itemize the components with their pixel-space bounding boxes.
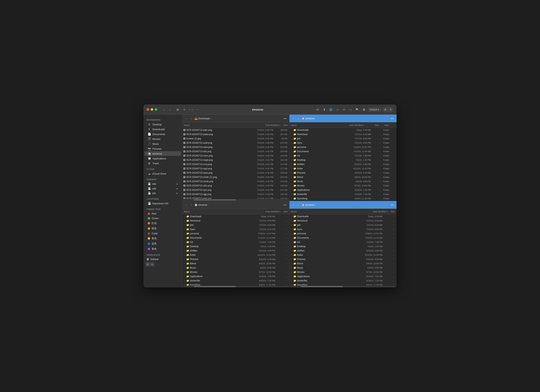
- default-view-button[interactable]: Default ▾: [368, 107, 381, 112]
- panel-list-tl[interactable]: 🖼SCR-20240713-pain.png 7/13/24, 5:06 PM …: [182, 128, 289, 199]
- table-row[interactable]: › 📁Music 6/9/24, 9:58 PM --: [290, 266, 396, 270]
- sidebar-item-trash[interactable]: 🗑 Trash: [145, 161, 181, 166]
- table-row[interactable]: › 📁flutter 6/21/24, 11:33 PM -- Folder: [290, 166, 396, 171]
- table-row[interactable]: › 📁Downloads Today, 9:08 AM --: [290, 214, 396, 218]
- table-row[interactable]: › 📁personal 7/18/24, 11:07 PM -- Folder: [290, 145, 396, 149]
- scrollbar-bl[interactable]: [183, 286, 289, 287]
- table-row[interactable]: 🖼SCR-20240713-orvy.png 7/13/24, 4:42 PM …: [182, 162, 289, 166]
- col-size-br[interactable]: Size: [389, 209, 396, 214]
- action-button[interactable]: □: [335, 107, 340, 113]
- table-row[interactable]: 🖼SCR-20240713-olxc.png 7/13/24, 4:25 PM …: [182, 184, 289, 188]
- sidebar-item-macintosh-hd[interactable]: 💾 Macintosh HD: [145, 201, 181, 206]
- table-row[interactable]: 🖼SCR-20240713-oiyf.png 7/13/24, 4:17 PM …: [182, 196, 289, 199]
- close-button[interactable]: [147, 108, 149, 111]
- sidebar-item-documents[interactable]: 📄 Documents: [145, 132, 181, 136]
- table-row[interactable]: › 📁dotfiles 6/22/24, 2:08 PM --: [290, 248, 396, 253]
- table-row[interactable]: 🖼SCR-20240713-oubl.png 7/13/24, 4:48 PM …: [182, 141, 289, 145]
- panel-menu-btn-tl[interactable]: •••: [283, 116, 287, 121]
- panel-fwd-btn-tl[interactable]: ›: [190, 117, 193, 120]
- table-row[interactable]: › 📁Syncthing 4/4/24, 11:30 PM -- Folder: [290, 196, 396, 201]
- sort-button[interactable]: ↑↓: [348, 107, 354, 113]
- grid-view-btn[interactable]: ⊞: [383, 107, 388, 112]
- panel-fwd-btn-br[interactable]: ›: [296, 203, 300, 207]
- col-date-tl[interactable]: Date Modified ▾: [264, 122, 282, 128]
- sidebar-tag-purple[interactable]: 紫色: [145, 246, 181, 252]
- panel-list-bl[interactable]: › 📁Downloads Today, 9:08 AM -- › 📁Nextcl…: [182, 214, 289, 286]
- col-size-tl[interactable]: Size: [282, 122, 289, 128]
- table-row[interactable]: › 📁dotfiles 6/22/24, 2:08 PM --: [182, 248, 289, 253]
- table-row[interactable]: 🖼SCR-20240713-pain.png 7/13/24, 5:06 PM …: [182, 128, 289, 132]
- trash-button[interactable]: 🗑: [361, 107, 367, 113]
- sidebar-tag-green[interactable]: Green: [145, 216, 181, 221]
- table-row[interactable]: 🖼Invoice (1).jpg 7/13/24, 5:05 PM 90 KB: [182, 136, 289, 141]
- sidebar-tag-red[interactable]: Red: [145, 211, 181, 216]
- table-row[interactable]: › 📁Blend 6/9/24, 10:08 PM --: [290, 261, 396, 266]
- table-row[interactable]: 🖼SCR-20240713-otis.png 7/13/24, 4:46 PM …: [182, 149, 289, 154]
- workspace-more-btn[interactable]: •••: [150, 262, 154, 267]
- col-date-br[interactable]: Date Modified ▾: [371, 209, 389, 214]
- table-row[interactable]: › 📁Documents 7/14/24, 11:44 AM --: [290, 236, 396, 240]
- list-view-btn[interactable]: ⇅: [388, 107, 393, 112]
- table-row[interactable]: › 📁flutter 6/21/24, 11:33 PM --: [182, 253, 289, 257]
- table-row[interactable]: 🖼SCR-20240713-omdv.png 7/13/24, 4:26 PM …: [182, 179, 289, 184]
- table-row[interactable]: › 📁jpki 7/27/24, 9:40 AM -- Folder: [290, 136, 396, 141]
- table-row[interactable]: 🖼SCR-20240713-ojrs.png 7/13/24, 4:19 PM …: [182, 188, 289, 192]
- table-row[interactable]: › 📁Pictures 6/15/24, 9:36 AM --: [290, 257, 396, 261]
- table-row[interactable]: › 📁Desktop 7/4/24, 1:29 PM --: [182, 244, 289, 248]
- scrollbar-tl[interactable]: [183, 199, 289, 200]
- table-row[interactable]: › 📁Sync 7/22/24, 9:53 PM --: [290, 227, 396, 231]
- list-view-button[interactable]: ≡: [181, 107, 187, 113]
- col-date-bl[interactable]: Date Modified ▾: [264, 209, 282, 214]
- col-name-bl[interactable]: Name: [182, 209, 264, 214]
- table-row[interactable]: › 📁Syncthing 4/4/24, 11:30 PM --: [182, 283, 289, 286]
- table-row[interactable]: › 📁Music 6/9/24, 9:58 PM -- Folder: [290, 179, 396, 184]
- table-row[interactable]: 🖼SCR-20240713-osgd.png 7/13/24, 4:43 PM …: [182, 158, 289, 162]
- col-size-tr[interactable]: Size: [373, 122, 383, 128]
- panel-back-btn-tr[interactable]: ‹: [291, 117, 295, 120]
- table-row[interactable]: 🖼SCR-20240713-padu.png 7/13/24, 5:05 PM …: [182, 132, 289, 136]
- table-row[interactable]: › 📁Music 6/9/24, 9:58 PM --: [182, 266, 289, 270]
- table-row[interactable]: › 📁Documents 7/14/24, 11:44 AM --: [182, 236, 289, 240]
- panel-menu-btn-br[interactable]: •••: [390, 203, 395, 207]
- eject-icon-sdc[interactable]: ⏏: [176, 192, 178, 194]
- table-row[interactable]: › 📁Nextcloud 7/27/24, 9:40 AM -- Folder: [290, 132, 396, 136]
- table-row[interactable]: › 📁Nextcloud 7/27/24, 9:40 AM --: [290, 218, 396, 223]
- table-row[interactable]: › 📁dockerfile 4/18/24, 7:29 PM --: [290, 278, 396, 283]
- sidebar-item-desktop[interactable]: 🖥 Desktop: [145, 122, 181, 127]
- table-row[interactable]: › 📁Applications 4/18/24, 7:29 PM --: [290, 274, 396, 278]
- minimize-button[interactable]: [151, 108, 153, 111]
- panel-back-btn-bl[interactable]: ‹: [184, 203, 188, 207]
- table-row[interactable]: › 📁Movies 5/7/24, 10:59 PM -- Folder: [290, 184, 396, 188]
- gallery-view-button[interactable]: ⋯: [195, 107, 200, 113]
- panel-menu-btn-bl[interactable]: •••: [283, 203, 287, 207]
- table-row[interactable]: › 📁flutter 6/21/24, 11:33 PM --: [290, 253, 396, 257]
- col-name-tr[interactable]: Name: [290, 122, 348, 128]
- tag-button[interactable]: 🏷: [315, 107, 321, 113]
- sidebar-item-movies[interactable]: 🎬 Movies: [145, 137, 181, 141]
- table-row[interactable]: 🖼SCR-20240713-opyl.png 7/13/24, 4:36 PM …: [182, 166, 289, 171]
- table-row[interactable]: › 📁personal 7/18/24, 11:07 PM --: [290, 231, 396, 236]
- panel-list-tr[interactable]: › 📁Downloads Today, 9:08 AM -- Folder › …: [290, 128, 396, 201]
- table-row[interactable]: › 📁Git 7/13/24, 7:38 PM --: [182, 240, 289, 244]
- sidebar-tag-yellow[interactable]: 黄色: [145, 236, 181, 241]
- table-row[interactable]: › 📁Applications 4/18/24, 7:29 PM --: [182, 274, 289, 278]
- eject-icon-sdb[interactable]: ⏏: [176, 188, 178, 190]
- table-row[interactable]: 🖼SCR-20240713-osxn.png 7/13/24, 4:45 PM …: [182, 154, 289, 158]
- panel-fwd-btn-bl[interactable]: ›: [190, 203, 193, 207]
- table-row[interactable]: › 📁Desktop 7/4/24, 1:29 PM -- Folder: [290, 158, 396, 162]
- sidebar-item-einverne[interactable]: 🏠 einverne: [145, 151, 181, 156]
- sidebar-tag-chinese-red[interactable]: 红色: [145, 221, 181, 226]
- panel-back-btn-br[interactable]: ‹: [291, 203, 295, 207]
- back-button[interactable]: ‹: [161, 107, 166, 112]
- table-row[interactable]: › 📁Blend 6/9/24, 10:08 PM --: [182, 261, 289, 266]
- sidebar-tag-orange[interactable]: 橙色: [145, 226, 181, 231]
- col-date-tr[interactable]: Date Modified ▾: [348, 122, 373, 128]
- panel-back-btn-tl[interactable]: ‹: [184, 117, 188, 120]
- table-row[interactable]: › 📁dotfiles 6/22/24, 2:08 PM -- Folder: [290, 162, 396, 166]
- eject-icon-sda[interactable]: ⏏: [176, 183, 178, 185]
- sidebar-item-pictures[interactable]: 📷 Pictures: [145, 146, 181, 151]
- table-row[interactable]: 🖼SCR-20240713-opra.png 7/13/24, 4:36 PM …: [182, 171, 289, 175]
- table-row[interactable]: › 📁jpki 7/27/24, 9:40 AM --: [182, 223, 289, 227]
- search-button[interactable]: 🔍: [355, 107, 360, 113]
- table-row[interactable]: › 📁Sync 7/22/24, 9:53 PM -- Folder: [290, 141, 396, 145]
